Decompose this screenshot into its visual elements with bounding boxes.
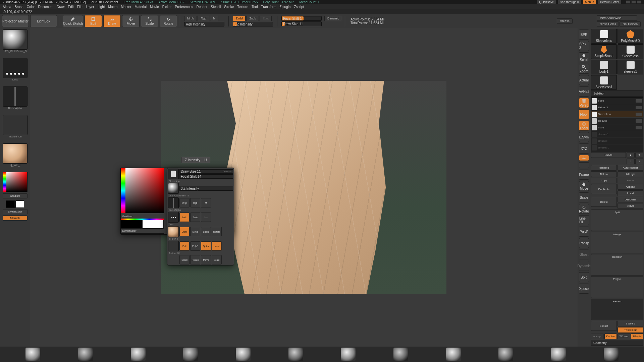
win-close-icon[interactable] xyxy=(637,0,641,4)
del-all-button[interactable]: Del All xyxy=(618,203,643,209)
merge-section[interactable]: Merge xyxy=(591,232,643,253)
popup-quick-button[interactable]: Quick xyxy=(201,241,211,251)
menu-preferences[interactable]: Preferences xyxy=(175,5,193,9)
menu-zplugin[interactable]: Zplugin xyxy=(280,5,291,9)
quicksketch-button[interactable]: Quick Sketch xyxy=(63,15,83,27)
stroke-thumb[interactable] xyxy=(3,58,28,78)
menu-marker[interactable]: Marker xyxy=(121,5,131,9)
brush-thumb[interactable] xyxy=(236,348,251,361)
scale-button[interactable]: Scale xyxy=(141,15,158,27)
zadd-button[interactable]: Zadd xyxy=(233,16,246,21)
popup-scroll-button[interactable]: Scroll xyxy=(179,255,190,264)
menu-stencil[interactable]: Stencil xyxy=(211,5,221,9)
eye-icon[interactable] xyxy=(636,113,642,116)
menus-button[interactable]: Menus xyxy=(583,0,596,4)
tool-polymesh3d[interactable]: PolyMesh3D xyxy=(618,29,643,44)
popup-zcut-button[interactable]: Zcut xyxy=(201,213,211,222)
xyz-button[interactable]: XYZ xyxy=(579,143,589,154)
subtool-row[interactable]: pose xyxy=(591,98,643,104)
z-intensity-slider[interactable]: 3 Z Intensity xyxy=(233,22,273,26)
double-button[interactable]: Double xyxy=(604,334,617,339)
eye-icon[interactable] xyxy=(636,119,642,123)
brush-thumb[interactable] xyxy=(341,348,356,361)
popup-zint-slider[interactable]: 3 Z Intensity xyxy=(179,186,233,191)
lsym-button[interactable]: L.Sym xyxy=(579,132,589,142)
floor-button[interactable]: Floor xyxy=(579,109,589,119)
menu-texture[interactable]: Texture xyxy=(237,5,248,9)
dynamic-button[interactable]: Dynamic xyxy=(324,16,342,21)
all-low-button[interactable]: All Low xyxy=(591,171,617,177)
subtool-row[interactable]: sleeves1 xyxy=(591,131,643,138)
defaultzscript-button[interactable]: DefaultZScript xyxy=(598,0,621,4)
subtool-row[interactable]: sleeves xyxy=(591,118,643,124)
mrgb-button[interactable]: Mrgb xyxy=(184,16,197,21)
solo-button[interactable]: Solo xyxy=(579,272,589,282)
popup-tool-thumb[interactable] xyxy=(168,169,179,179)
menu-document[interactable]: Document xyxy=(38,5,54,9)
zsub-button[interactable]: Zsub xyxy=(246,16,259,21)
split-section[interactable]: Split xyxy=(591,209,643,231)
tool-simplebrush[interactable]: SimpleBrush xyxy=(591,44,617,59)
menu-macro[interactable]: Macro xyxy=(108,5,118,9)
popup-drawsize-slider[interactable]: Draw Size 11Dynamic xyxy=(179,169,233,174)
tool-body1[interactable]: body1 xyxy=(591,60,617,74)
menu-transform[interactable]: Transform xyxy=(261,5,276,9)
tool-sleeveless[interactable]: Sleeveless xyxy=(591,29,617,44)
menu-stroke[interactable]: Stroke xyxy=(224,5,234,9)
popup-zsub-button[interactable]: Zsub xyxy=(190,213,200,222)
popup-move2-button[interactable]: Move xyxy=(201,255,211,264)
popup-rotate2-button[interactable]: Rotate xyxy=(190,255,200,264)
gradient-button[interactable]: Gradient xyxy=(3,193,28,198)
geometry-header[interactable]: Geometry xyxy=(591,340,643,346)
move-button[interactable]: Move xyxy=(122,15,140,27)
tool-sleeves1[interactable]: sleeves1 xyxy=(618,60,643,74)
edit-button[interactable]: Edit xyxy=(85,15,102,27)
draw-button[interactable]: Draw xyxy=(103,15,121,27)
brush-thumb[interactable] xyxy=(183,348,198,361)
rmove-button[interactable]: Move xyxy=(579,181,589,191)
seethrough-slider[interactable]: See-through 0 xyxy=(558,0,581,4)
popup-gradient-button[interactable]: Gradient xyxy=(121,214,164,219)
ghost-button[interactable]: Ghost xyxy=(579,249,589,259)
move-up-button[interactable]: ↑ xyxy=(627,159,635,164)
menu-brush[interactable]: Brush xyxy=(15,5,23,9)
tool-sleeveless2[interactable]: Sleeveless xyxy=(618,44,643,59)
popup-alpha-thumb[interactable] xyxy=(168,197,179,208)
crease-button[interactable]: Crease xyxy=(557,18,573,24)
popup-hue-bar[interactable] xyxy=(121,168,125,213)
rotate-button[interactable]: Rotate xyxy=(160,15,177,27)
local-button[interactable]: Local xyxy=(579,121,589,131)
menu-render[interactable]: Render xyxy=(197,5,208,9)
tool-sleeviless1[interactable]: Sleeviless1 xyxy=(591,75,617,90)
popup-draw-button[interactable]: Draw xyxy=(179,227,190,236)
material-thumb[interactable] xyxy=(3,29,28,50)
rrotate-button[interactable]: Rotate xyxy=(579,204,589,214)
del-hidden-button[interactable]: Del Hidden xyxy=(620,21,641,27)
menu-draw[interactable]: Draw xyxy=(57,5,64,9)
switchcolor-button[interactable]: SwitchColor xyxy=(3,209,28,214)
accept-button[interactable]: Accept xyxy=(591,334,604,339)
sat-val-area[interactable] xyxy=(6,172,27,192)
move-down-button[interactable]: ↓ xyxy=(635,159,643,164)
paste-button[interactable]: Paste xyxy=(618,178,643,183)
menu-light[interactable]: Light xyxy=(98,5,105,9)
actual-button[interactable]: Actual xyxy=(579,75,589,85)
win-min-icon[interactable] xyxy=(626,0,631,4)
brush-thumb[interactable] xyxy=(393,348,408,361)
popup-switchcolor-button[interactable]: SwitchColor xyxy=(121,229,164,233)
menu-layer[interactable]: Layer xyxy=(86,5,94,9)
eye-icon[interactable] xyxy=(636,126,642,129)
popup-satval[interactable] xyxy=(125,168,164,213)
extract-button[interactable]: Extract xyxy=(591,321,617,331)
tborde-button[interactable]: TBorde xyxy=(631,334,644,339)
extract-section[interactable]: Extract xyxy=(591,299,643,320)
brush-thumb[interactable] xyxy=(288,348,303,361)
autoreorder-button[interactable]: AutoReorder xyxy=(618,165,643,171)
win-max-icon[interactable] xyxy=(631,0,636,4)
popup-stroke-thumb[interactable] xyxy=(168,212,179,223)
all-high-button[interactable]: All High xyxy=(618,171,643,177)
bpr-button[interactable]: BPR xyxy=(579,29,589,40)
popup-edit-button[interactable]: Edit xyxy=(179,241,190,251)
popup-local-button[interactable]: Local xyxy=(212,241,222,251)
popup-move-button[interactable]: Move xyxy=(190,227,200,236)
